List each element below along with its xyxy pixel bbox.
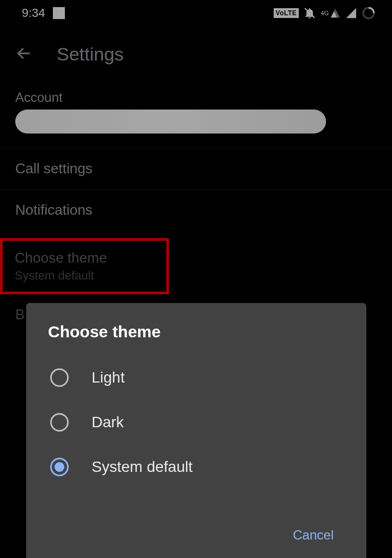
status-bar: 9:34 VoLTE 4G (0, 0, 392, 26)
settings-list: Account Call settings Notifications Choo… (0, 80, 392, 335)
bell-off-icon (303, 7, 316, 20)
dialog-actions: Cancel (48, 515, 345, 547)
choose-theme-label: Choose theme (15, 250, 154, 266)
settings-item-call-settings[interactable]: Call settings (0, 148, 392, 190)
status-app-icon (53, 7, 65, 19)
redacted-account-value (15, 110, 326, 134)
app-header: Settings (0, 26, 392, 80)
status-left: 9:34 (22, 6, 65, 20)
choose-theme-dialog: Choose theme Light Dark System default C… (26, 303, 366, 558)
cancel-button[interactable]: Cancel (286, 523, 340, 547)
radio-icon (50, 368, 69, 387)
signal-icon (345, 7, 357, 19)
account-label: Account (15, 90, 377, 105)
arrow-left-icon (15, 45, 33, 62)
settings-item-notifications[interactable]: Notifications (0, 190, 392, 231)
radio-option-system-default[interactable]: System default (48, 445, 345, 489)
radio-label: Light (92, 369, 125, 386)
page-title: Settings (57, 44, 124, 65)
settings-item-choose-theme[interactable]: Choose theme System default (0, 238, 169, 294)
signal-4g-icon: 4G (321, 8, 341, 19)
choose-theme-value: System default (15, 269, 154, 283)
radio-label: System default (92, 458, 192, 476)
radio-label: Dark (92, 414, 124, 431)
radio-icon (50, 458, 69, 476)
volte-badge: VoLTE (274, 8, 299, 18)
radio-option-dark[interactable]: Dark (48, 400, 345, 445)
settings-item-label: Call settings (15, 160, 377, 177)
dialog-options: Light Dark System default (48, 355, 345, 515)
settings-item-account[interactable]: Account (0, 80, 392, 148)
radio-icon (50, 413, 69, 432)
status-time: 9:34 (22, 6, 45, 20)
loading-circle-icon (361, 6, 376, 20)
status-right: VoLTE 4G (274, 6, 376, 20)
back-button[interactable] (15, 45, 33, 64)
settings-item-label: Notifications (15, 202, 377, 219)
radio-option-light[interactable]: Light (48, 355, 345, 400)
dialog-title: Choose theme (48, 323, 345, 341)
